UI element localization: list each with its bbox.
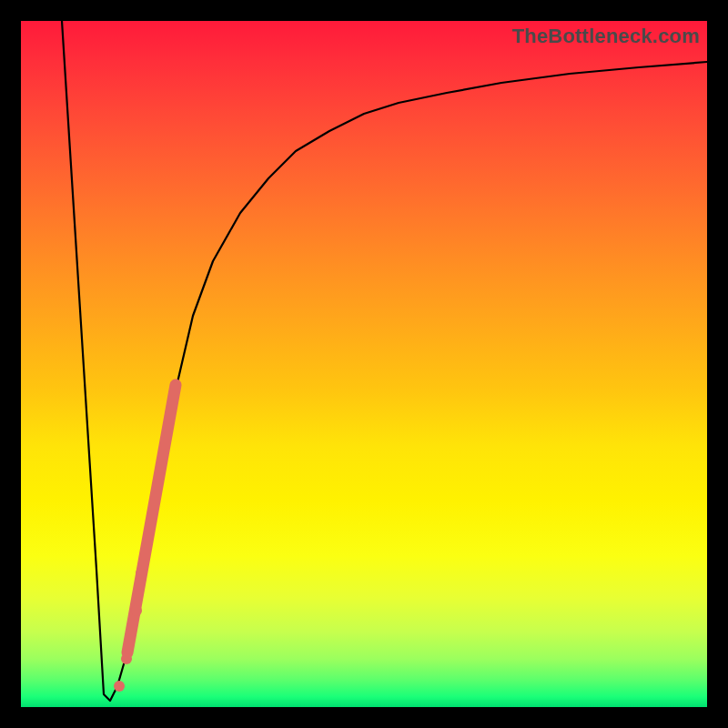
bottleneck-curve xyxy=(62,21,707,701)
curve-layer xyxy=(21,21,707,707)
cluster-dot xyxy=(131,605,142,616)
cluster-dot xyxy=(121,653,132,664)
cluster-dot xyxy=(136,568,147,579)
chart-frame: TheBottleneck.com xyxy=(0,0,728,728)
plot-area: TheBottleneck.com xyxy=(21,21,707,707)
cluster-dot xyxy=(114,681,125,692)
